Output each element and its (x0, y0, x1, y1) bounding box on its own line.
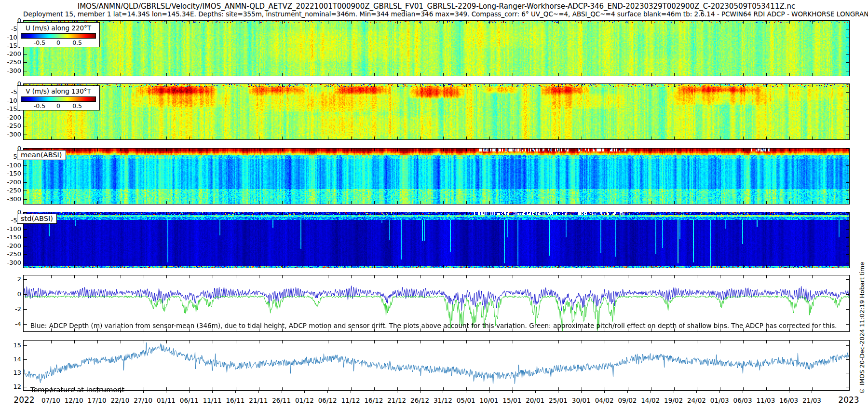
y-tick-label: -300 (1, 67, 21, 74)
x-tick-mark (466, 391, 466, 393)
x-tick-mark (166, 391, 166, 393)
x-tick-mark (627, 391, 628, 393)
x-tick-label: 06/12 (318, 396, 337, 404)
std-absi-heatmap (24, 212, 849, 268)
u-colorbar-tick-min: -0.5 (34, 39, 45, 46)
x-tick-mark (212, 391, 213, 393)
x-tick-mark (304, 391, 305, 393)
y-tick-label: 13 (1, 369, 21, 376)
y-tick-label: -250 (1, 250, 21, 258)
panel-temperature: Temperature at instrument 15141312 (23, 340, 850, 391)
x-axis-year-end: 2023 (838, 395, 859, 405)
y-tick-label: -200 (1, 178, 21, 186)
x-tick-label: 16/03 (779, 396, 798, 404)
x-tick-label: 11/12 (341, 396, 360, 404)
x-tick-label: 01/03 (710, 396, 729, 404)
x-tick-label: 15/01 (502, 396, 521, 404)
temperature-lineplot (24, 341, 849, 390)
x-tick-mark (674, 391, 674, 393)
depth-variation-annotation: Blue: ADCP Depth (m) variation from sens… (30, 322, 837, 329)
v-colorbar-tick-mid: 0 (56, 102, 60, 109)
x-tick-label: 20/01 (526, 396, 544, 404)
y-tick-label: -200 (1, 50, 21, 57)
x-tick-label: 24/02 (687, 396, 706, 404)
panel-depth-variation: Blue: ADCP Depth (m) variation from sens… (23, 275, 850, 332)
y-tick-label: 12 (1, 383, 21, 390)
x-tick-mark (397, 391, 397, 393)
v-velocity-legend: V (m/s) along 130°T -0.5 0 0.5 (17, 85, 100, 110)
figure-subtitle-deployment: Deployment 15, member 1 lat=14.34S lon=1… (23, 10, 850, 18)
y-tick-label: -250 (1, 58, 21, 66)
x-tick-label: 26/12 (410, 396, 429, 404)
x-tick-mark (512, 391, 513, 393)
x-tick-mark (558, 391, 558, 393)
x-tick-mark (581, 391, 582, 393)
x-tick-mark (535, 391, 536, 393)
x-tick-label: 22/10 (110, 396, 129, 404)
y-tick-label: -250 (1, 187, 21, 194)
y-tick-label: -200 (1, 114, 21, 121)
y-tick-label: -250 (1, 122, 21, 129)
x-tick-mark (812, 391, 812, 393)
y-tick-label: -200 (1, 242, 21, 249)
u-colorbar-tick-mid: 0 (56, 39, 60, 46)
x-tick-mark (420, 391, 420, 393)
y-tick-label: -100 (1, 162, 21, 169)
v-colorbar-gradient (21, 96, 96, 102)
figure-title-filename: IMOS/ANMN/QLD/GBRLSL/Velocity/IMOS_ANMN-… (23, 2, 850, 11)
x-tick-label: 21/03 (802, 396, 821, 404)
v-velocity-heatmap (24, 84, 849, 139)
x-tick-label: 16/12 (364, 396, 383, 404)
x-tick-label: 04/02 (595, 396, 614, 404)
x-tick-label: 26/11 (272, 396, 291, 404)
u-colorbar-tick-max: 0.5 (72, 39, 82, 46)
panel-mean-absi: mean(ABSI) 0-50-100-150-200-250-300 (23, 148, 850, 205)
x-tick-label: 21/12 (387, 396, 406, 404)
x-tick-label: 06/03 (733, 396, 752, 404)
imos-watermark: © IMOS 20-Dec-2024 11:02:19 Hobart time (858, 262, 866, 395)
x-tick-mark (696, 391, 697, 393)
x-axis-year-start: 2022 (14, 395, 34, 405)
x-tick-mark (604, 391, 605, 393)
x-tick-label: 01/11 (157, 396, 176, 404)
y-tick-label: -150 (1, 233, 21, 241)
panel-v-velocity: V (m/s) along 130°T -0.5 0 0.5 0-50-100-… (23, 83, 850, 140)
panel-std-absi: std(ABSI) 0-50-100-150-200-250-300 (23, 212, 850, 268)
x-tick-mark (489, 391, 489, 393)
y-tick-label: -300 (1, 259, 21, 266)
x-tick-label: 19/02 (664, 396, 683, 404)
v-colorbar-tick-min: -0.5 (34, 102, 45, 109)
x-tick-label: 05/01 (457, 396, 475, 404)
x-tick-label: 17/10 (88, 396, 107, 404)
x-tick-mark (743, 391, 743, 393)
x-tick-mark (351, 391, 351, 393)
x-tick-mark (258, 391, 259, 393)
x-tick-label: 12/10 (65, 396, 83, 404)
u-colorbar-gradient (21, 33, 96, 39)
x-tick-mark (789, 391, 789, 393)
x-tick-label: 30/01 (572, 396, 591, 404)
x-tick-mark (327, 391, 328, 393)
x-tick-label: 11/03 (756, 396, 775, 404)
y-tick-label: -100 (1, 225, 21, 232)
y-tick-label: -300 (1, 195, 21, 203)
x-tick-mark (282, 391, 282, 393)
x-tick-label: 21/11 (249, 396, 268, 404)
x-tick-label: 27/10 (134, 396, 152, 404)
y-tick-label: -300 (1, 131, 21, 138)
y-tick-label: 2 (1, 275, 21, 283)
x-tick-label: 06/11 (180, 396, 199, 404)
x-tick-label: 31/12 (434, 396, 452, 404)
x-axis: 07/1012/1017/1022/1027/1001/1106/1111/11… (23, 391, 850, 410)
u-colorbar-ticks: -0.5 0 0.5 (17, 39, 99, 46)
y-tick-label: -4 (1, 320, 21, 328)
x-tick-mark (143, 391, 144, 393)
v-legend-title: V (m/s) along 130°T (17, 86, 99, 96)
x-tick-label: 14/02 (641, 396, 660, 404)
x-tick-label: 09/02 (618, 396, 637, 404)
y-tick-label: -150 (1, 170, 21, 177)
v-colorbar-ticks: -0.5 0 0.5 (17, 102, 99, 109)
y-tick-label: -2 (1, 305, 21, 313)
u-velocity-heatmap (24, 21, 849, 76)
x-tick-label: 07/10 (41, 396, 60, 404)
